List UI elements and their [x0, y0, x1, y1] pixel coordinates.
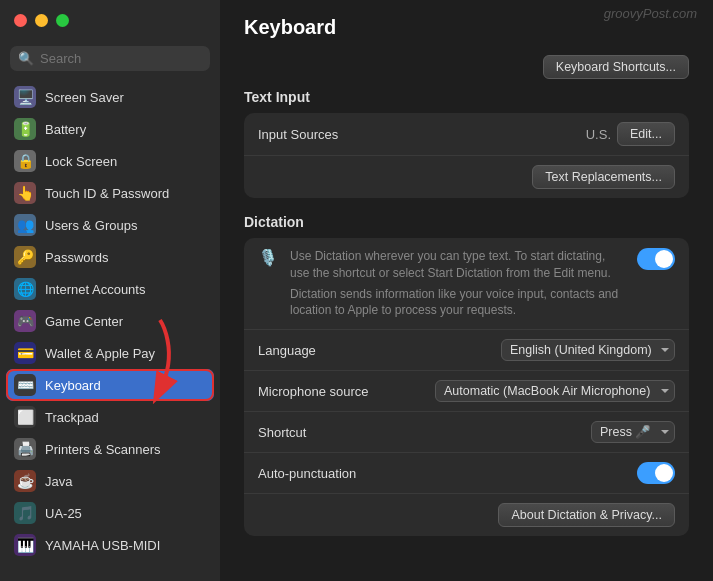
shortcut-select[interactable]: Press 🎤: [591, 421, 675, 443]
sidebar-item-trackpad[interactable]: ⬜Trackpad: [6, 401, 214, 433]
sidebar-item-label-battery: Battery: [45, 122, 86, 137]
lock-screen-icon: 🔒: [14, 150, 36, 172]
sidebar-item-ua25[interactable]: 🎵UA-25: [6, 497, 214, 529]
battery-icon: 🔋: [14, 118, 36, 140]
search-box[interactable]: 🔍: [10, 46, 210, 71]
sidebar-item-touch-id[interactable]: 👆Touch ID & Password: [6, 177, 214, 209]
keyboard-shortcuts-button[interactable]: Keyboard Shortcuts...: [543, 55, 689, 79]
sidebar-item-yamaha-usb[interactable]: 🎹YAMAHA USB-MIDI: [6, 529, 214, 561]
input-sources-label: Input Sources: [258, 127, 586, 142]
auto-punctuation-row: Auto-punctuation: [244, 453, 689, 494]
shortcut-row: Shortcut Press 🎤: [244, 412, 689, 453]
sidebar-item-label-keyboard: Keyboard: [45, 378, 101, 393]
dictation-desc2: Dictation sends information like your vo…: [290, 286, 627, 320]
sidebar-item-label-screen-saver: Screen Saver: [45, 90, 124, 105]
sidebar-item-lock-screen[interactable]: 🔒Lock Screen: [6, 145, 214, 177]
sidebar: 🔍 🖥️Screen Saver🔋Battery🔒Lock Screen👆Tou…: [0, 0, 220, 581]
sidebar-item-users-groups[interactable]: 👥Users & Groups: [6, 209, 214, 241]
microphone-select[interactable]: Automatic (MacBook Air Microphone): [435, 380, 675, 402]
language-row: Language English (United Kingdom): [244, 330, 689, 371]
sidebar-item-java[interactable]: ☕Java: [6, 465, 214, 497]
sidebar-item-label-java: Java: [45, 474, 72, 489]
sidebar-item-passwords[interactable]: 🔑Passwords: [6, 241, 214, 273]
passwords-icon: 🔑: [14, 246, 36, 268]
wallet-apple-pay-icon: 💳: [14, 342, 36, 364]
ua25-icon: 🎵: [14, 502, 36, 524]
sidebar-item-label-printers-scanners: Printers & Scanners: [45, 442, 161, 457]
sidebar-list: 🖥️Screen Saver🔋Battery🔒Lock Screen👆Touch…: [0, 79, 220, 581]
text-input-group: Input Sources U.S. Edit... Text Replacem…: [244, 113, 689, 198]
sidebar-item-internet-accounts[interactable]: 🌐Internet Accounts: [6, 273, 214, 305]
sidebar-item-keyboard[interactable]: ⌨️Keyboard: [6, 369, 214, 401]
keyboard-icon: ⌨️: [14, 374, 36, 396]
java-icon: ☕: [14, 470, 36, 492]
input-sources-row: Input Sources U.S. Edit...: [244, 113, 689, 156]
internet-accounts-icon: 🌐: [14, 278, 36, 300]
language-label: Language: [258, 343, 501, 358]
trackpad-icon: ⬜: [14, 406, 36, 428]
microphone-icon: 🎙️: [258, 248, 280, 267]
auto-punctuation-label: Auto-punctuation: [258, 466, 637, 481]
screen-saver-icon: 🖥️: [14, 86, 36, 108]
main-content: groovyPost.com Keyboard Keyboard Shortcu…: [220, 0, 713, 581]
brand-watermark: groovyPost.com: [604, 6, 697, 21]
about-dictation-button[interactable]: About Dictation & Privacy...: [498, 503, 675, 527]
sidebar-item-battery[interactable]: 🔋Battery: [6, 113, 214, 145]
sidebar-item-label-users-groups: Users & Groups: [45, 218, 137, 233]
sidebar-item-label-internet-accounts: Internet Accounts: [45, 282, 145, 297]
sidebar-item-screen-saver[interactable]: 🖥️Screen Saver: [6, 81, 214, 113]
sidebar-item-label-game-center: Game Center: [45, 314, 123, 329]
sidebar-item-game-center[interactable]: 🎮Game Center: [6, 305, 214, 337]
sidebar-item-label-yamaha-usb: YAMAHA USB-MIDI: [45, 538, 160, 553]
search-input[interactable]: [40, 51, 202, 66]
dictation-toggle-row: 🎙️ Use Dictation wherever you can type t…: [244, 238, 689, 330]
input-sources-value: U.S.: [586, 127, 611, 142]
maximize-button[interactable]: [56, 14, 69, 27]
language-select[interactable]: English (United Kingdom): [501, 339, 675, 361]
dictation-header: Dictation: [244, 214, 689, 230]
sidebar-item-printers-scanners[interactable]: 🖨️Printers & Scanners: [6, 433, 214, 465]
auto-punctuation-toggle[interactable]: [637, 462, 675, 484]
game-center-icon: 🎮: [14, 310, 36, 332]
sidebar-item-label-trackpad: Trackpad: [45, 410, 99, 425]
dictation-text-block: Use Dictation wherever you can type text…: [290, 248, 627, 319]
sidebar-item-label-lock-screen: Lock Screen: [45, 154, 117, 169]
edit-button[interactable]: Edit...: [617, 122, 675, 146]
yamaha-usb-icon: 🎹: [14, 534, 36, 556]
sidebar-item-label-touch-id: Touch ID & Password: [45, 186, 169, 201]
sidebar-item-label-wallet-apple-pay: Wallet & Apple Pay: [45, 346, 155, 361]
users-groups-icon: 👥: [14, 214, 36, 236]
close-button[interactable]: [14, 14, 27, 27]
dictation-toggle[interactable]: [637, 248, 675, 270]
sidebar-item-label-passwords: Passwords: [45, 250, 109, 265]
microphone-row: Microphone source Automatic (MacBook Air…: [244, 371, 689, 412]
sidebar-item-label-ua25: UA-25: [45, 506, 82, 521]
microphone-label: Microphone source: [258, 384, 435, 399]
printers-scanners-icon: 🖨️: [14, 438, 36, 460]
shortcut-label: Shortcut: [258, 425, 591, 440]
search-icon: 🔍: [18, 51, 34, 66]
text-replacements-button[interactable]: Text Replacements...: [532, 165, 675, 189]
about-dictation-row: About Dictation & Privacy...: [244, 494, 689, 536]
sidebar-item-wallet-apple-pay[interactable]: 💳Wallet & Apple Pay: [6, 337, 214, 369]
dictation-group: 🎙️ Use Dictation wherever you can type t…: [244, 238, 689, 536]
keyboard-shortcuts-row: Keyboard Shortcuts...: [244, 55, 689, 79]
minimize-button[interactable]: [35, 14, 48, 27]
text-replacements-row: Text Replacements...: [244, 156, 689, 198]
dictation-desc1: Use Dictation wherever you can type text…: [290, 248, 627, 282]
titlebar: [0, 0, 220, 40]
text-input-header: Text Input: [244, 89, 689, 105]
touch-id-icon: 👆: [14, 182, 36, 204]
